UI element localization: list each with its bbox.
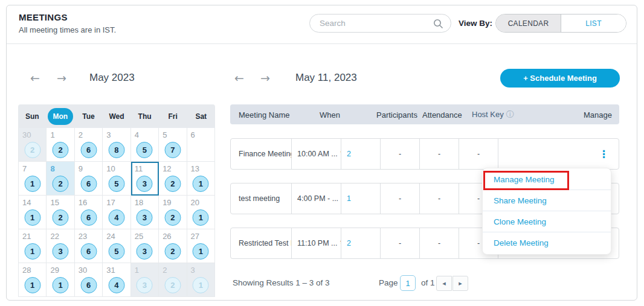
view-by-calendar-button[interactable]: CALENDAR <box>496 14 561 32</box>
calendar-next-month-button[interactable]: → <box>57 71 66 84</box>
meeting-count-badge: 2 <box>164 176 181 192</box>
manage-kebab-menu-button[interactable]: ⋮ <box>599 149 609 159</box>
day-header-fri: Fri <box>159 112 187 121</box>
calendar-day-10[interactable]: 105 <box>103 162 130 196</box>
meeting-count-badge: 3 <box>137 243 153 260</box>
calendar-day-17[interactable]: 174 <box>103 196 130 229</box>
calendar-day-number: 24 <box>106 232 115 241</box>
search-input[interactable] <box>320 15 428 31</box>
participants-count-link[interactable]: 2 <box>347 239 351 247</box>
calendar-day-1[interactable]: 13 <box>131 263 159 297</box>
calendar-day-8[interactable]: 82 <box>47 162 74 196</box>
calendar-day-31[interactable]: 314 <box>103 263 130 297</box>
meeting-host-key: - <box>419 228 459 258</box>
calendar-day-23[interactable]: 236 <box>75 229 103 263</box>
calendar-day-28[interactable]: 281 <box>19 263 47 297</box>
meeting-count-badge: 6 <box>80 142 97 158</box>
calendar-day-5[interactable]: 57 <box>159 128 187 162</box>
calendar-day-20[interactable]: 201 <box>187 196 215 229</box>
participants-count-link[interactable]: 2 <box>347 150 351 158</box>
calendar-day-number: 2 <box>163 266 167 275</box>
calendar-day-13[interactable]: 131 <box>187 162 215 196</box>
calendar-prev-month-button[interactable]: ← <box>30 71 40 84</box>
meeting-count-badge: 1 <box>193 243 209 260</box>
calendar-day-26[interactable]: 262 <box>159 229 187 263</box>
calendar-day-number: 10 <box>106 164 115 173</box>
calendar-day-number: 29 <box>50 266 59 275</box>
calendar-day-30[interactable]: 306 <box>75 263 103 297</box>
calendar-day-27[interactable]: 271 <box>187 229 215 263</box>
calendar-day-15[interactable]: 152 <box>47 196 74 229</box>
meeting-count-badge: 3 <box>53 243 69 260</box>
meeting-count-badge: 6 <box>80 243 97 260</box>
meeting-name: Finance Meetings <box>231 139 291 169</box>
participants-count-link[interactable]: 1 <box>347 194 351 203</box>
page-prev-button[interactable]: ◂ <box>436 276 452 291</box>
day-header-thu: Thu <box>130 112 159 121</box>
day-header-label: Tue <box>82 112 94 121</box>
calendar-day-9[interactable]: 96 <box>75 162 103 196</box>
calendar-day-11[interactable]: 113 <box>131 162 159 196</box>
host-key-info-icon[interactable]: ⓘ <box>506 110 514 119</box>
page-title: MEETINGS <box>19 12 68 22</box>
calendar-day-number: 18 <box>135 198 143 207</box>
calendar-day-30[interactable]: 302 <box>19 128 47 162</box>
calendar-day-18[interactable]: 183 <box>131 196 159 229</box>
calendar-day-22[interactable]: 223 <box>47 229 74 263</box>
menu-item-manage-meeting[interactable]: Manage Meeting <box>483 169 611 190</box>
meeting-count-badge: 6 <box>80 277 97 293</box>
meeting-count-badge: 6 <box>80 209 97 226</box>
schedule-meeting-button[interactable]: + Schedule Meeting <box>500 69 620 88</box>
day-header-label: Thu <box>138 112 152 121</box>
calendar-day-2[interactable]: 26 <box>75 128 103 162</box>
meeting-participants: 2 <box>341 139 380 169</box>
calendar-day-number: 3 <box>191 266 195 275</box>
calendar-day-16[interactable]: 166 <box>75 196 103 229</box>
meeting-count-badge: 1 <box>24 277 40 293</box>
calendar-day-1[interactable]: 12 <box>47 128 74 162</box>
calendar-day-14[interactable]: 141 <box>19 196 47 229</box>
search-icon[interactable] <box>433 19 443 29</box>
search-box[interactable] <box>309 14 451 33</box>
meeting-attendance: - <box>380 183 419 214</box>
page-next-button[interactable]: ▸ <box>452 276 468 291</box>
mini-calendar-grid: 3021226384557671829610511312213114115216… <box>18 128 215 297</box>
meeting-count-badge: 5 <box>108 176 124 192</box>
list-next-day-button[interactable]: → <box>260 71 270 84</box>
calendar-day-2[interactable]: 22 <box>159 263 187 297</box>
meeting-manage-cell: ⋮ <box>498 139 619 169</box>
calendar-day-number: 8 <box>50 164 54 173</box>
calendar-day-12[interactable]: 122 <box>159 162 187 196</box>
calendar-day-3[interactable]: 38 <box>103 128 130 162</box>
page-of-label: of 1 <box>421 278 435 287</box>
calendar-day-number: 1 <box>50 130 54 139</box>
calendar-day-3[interactable]: 31 <box>187 263 215 297</box>
meeting-count-badge: 1 <box>53 277 69 293</box>
meeting-count-badge: 2 <box>53 142 69 158</box>
calendar-day-25[interactable]: 253 <box>131 229 159 263</box>
menu-item-clone-meeting[interactable]: Clone Meeting <box>483 211 611 232</box>
calendar-day-21[interactable]: 211 <box>19 229 47 263</box>
calendar-day-4[interactable]: 45 <box>131 128 159 162</box>
meeting-attendance: - <box>380 139 419 169</box>
menu-item-share-meeting[interactable]: Share Meeting <box>483 190 611 211</box>
selected-date-label: May 11, 2023 <box>295 72 357 84</box>
menu-item-delete-meeting[interactable]: Delete Meeting <box>483 232 611 253</box>
view-by-label: View By: <box>459 19 492 28</box>
calendar-day-number: 13 <box>191 164 199 173</box>
calendar-day-6[interactable]: 6 <box>187 128 215 162</box>
calendar-day-24[interactable]: 245 <box>103 229 130 263</box>
calendar-day-7[interactable]: 71 <box>19 162 47 196</box>
column-header-meeting-name: Meeting Name <box>239 110 290 119</box>
meeting-count-badge: 4 <box>108 277 124 293</box>
view-by-list-button[interactable]: LIST <box>561 14 626 32</box>
meeting-count-badge: 5 <box>137 142 153 158</box>
calendar-day-29[interactable]: 291 <box>47 263 74 297</box>
page-number-input[interactable] <box>400 275 416 291</box>
calendar-day-number: 3 <box>106 130 111 139</box>
calendar-day-number: 22 <box>50 232 59 241</box>
calendar-day-number: 27 <box>191 232 199 241</box>
list-prev-day-button[interactable]: ← <box>234 71 244 84</box>
calendar-day-number: 2 <box>79 130 83 139</box>
calendar-day-19[interactable]: 192 <box>159 196 187 229</box>
